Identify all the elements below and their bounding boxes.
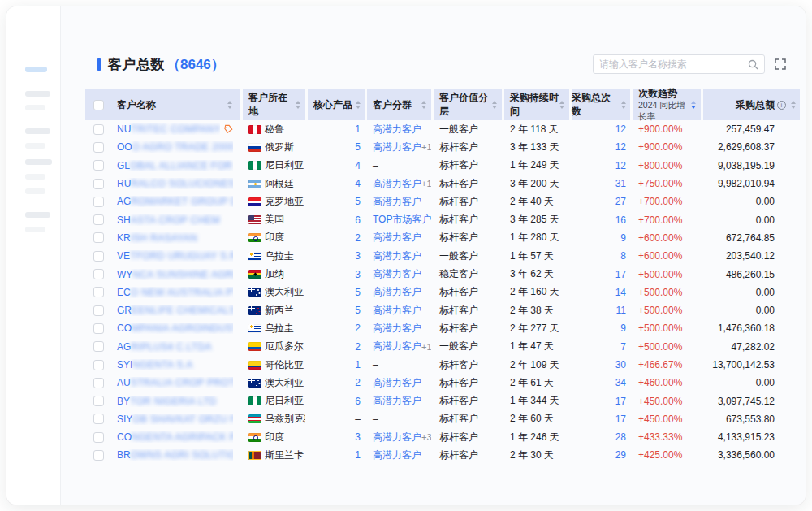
segment-link[interactable]: TOP市场客户 xyxy=(373,213,431,227)
table-row[interactable]: ECO NEW AUSTRALIA PTY LIMITED 澳大利亚 5 高潜力… xyxy=(85,284,800,301)
purchase-count-link[interactable]: 16 xyxy=(572,210,630,228)
core-products-count[interactable]: 5 xyxy=(308,284,365,301)
customer-name-link[interactable]: ECO NEW AUSTRALIA PTY LIMITED xyxy=(117,287,233,298)
core-products-count[interactable]: 5 xyxy=(308,138,365,156)
table-row[interactable]: AGROMARKET GROUP D.O.O 克罗地亚 5 高潜力客户 标杆客户… xyxy=(85,193,800,210)
purchase-count-link[interactable]: 7 xyxy=(572,338,630,356)
purchase-count-link[interactable]: 17 xyxy=(572,265,630,283)
column-header-segment[interactable]: 客户分群 xyxy=(367,89,431,120)
customer-name-link[interactable]: GLOBAL ALLIANCE FOR CHEMICA... xyxy=(117,160,233,171)
customer-name-link[interactable]: VETFORD URUGUAY S.R.L xyxy=(117,250,233,262)
customer-name-link[interactable]: SYINGENTA S.A xyxy=(117,359,233,370)
search-input[interactable] xyxy=(599,58,748,70)
purchase-count-link[interactable]: 17 xyxy=(572,392,630,409)
core-products-count[interactable]: 5 xyxy=(308,193,365,210)
column-header-purchase-count[interactable]: 采购总次数 xyxy=(572,89,630,120)
row-checkbox[interactable] xyxy=(93,287,104,297)
row-checkbox[interactable] xyxy=(93,179,104,189)
search-box[interactable] xyxy=(593,54,765,74)
row-checkbox[interactable] xyxy=(93,432,104,443)
column-header-name[interactable]: 客户名称 xyxy=(85,89,240,120)
customer-name-link[interactable]: KRISH RASAYAN xyxy=(117,232,233,244)
segment-link[interactable]: 高潜力客户 xyxy=(373,249,421,263)
purchase-count-link[interactable]: 12 xyxy=(572,138,630,156)
row-checkbox[interactable] xyxy=(93,251,104,262)
row-checkbox[interactable] xyxy=(93,323,104,334)
customer-name-link[interactable]: GREENLIFE CHEMICALS LIMITED xyxy=(117,305,233,316)
row-checkbox[interactable] xyxy=(93,197,104,207)
purchase-count-link[interactable]: 14 xyxy=(572,284,630,301)
column-header-trend[interactable]: 次数趋势2024 同比增长率 xyxy=(633,89,701,120)
segment-link[interactable]: – xyxy=(373,160,378,171)
core-products-count[interactable]: 4 xyxy=(308,157,365,175)
expand-icon[interactable] xyxy=(775,58,786,70)
customer-name-link[interactable]: RURALCO SOLUCIONES S.A xyxy=(117,178,233,189)
customer-name-link[interactable]: WYNCA SUNSHINE AGRO PRODU... xyxy=(117,269,233,280)
row-checkbox[interactable] xyxy=(93,396,104,406)
customer-name-link[interactable]: AUSTRALIA CROP PROTECTIONP... xyxy=(117,377,233,388)
core-products-count[interactable]: 1 xyxy=(308,120,365,138)
table-row[interactable]: COMPANIA AGROINDUSTRIALR... 乌拉圭 2 高潜力客户 … xyxy=(85,319,800,337)
table-row[interactable]: AUSTRALIA CROP PROTECTIONP... 澳大利亚 2 高潜力… xyxy=(85,374,800,392)
customer-name-link[interactable]: AGROMARKET GROUP D.O.O xyxy=(117,196,233,207)
segment-link[interactable]: 高潜力客户 xyxy=(373,304,421,318)
customer-name-link[interactable]: CONGENTA AGRIPACK PRIVATEE ... xyxy=(117,431,233,443)
row-checkbox[interactable] xyxy=(93,414,104,424)
row-checkbox[interactable] xyxy=(93,232,104,243)
table-row[interactable]: NUTRITEC COMPANY S.A.C 秘鲁 1 高潜力客户 一般客户 2… xyxy=(85,120,800,138)
purchase-count-link[interactable]: 11 xyxy=(572,301,630,319)
purchase-count-link[interactable]: 31 xyxy=(572,175,630,193)
row-checkbox[interactable] xyxy=(93,341,104,352)
purchase-count-link[interactable]: 17 xyxy=(572,410,630,428)
column-header-location[interactable]: 客户所在地 xyxy=(243,89,305,120)
core-products-count[interactable]: 5 xyxy=(308,301,365,319)
table-row[interactable]: RURALCO SOLUCIONES S.A 阿根廷 4 高潜力客户 +1 标杆… xyxy=(85,175,800,193)
segment-link[interactable]: 高潜力客户 xyxy=(373,195,421,209)
column-header-core-products[interactable]: 核心产品 xyxy=(308,89,365,120)
column-header-duration[interactable]: 采购持续时间 xyxy=(504,89,569,120)
table-row[interactable]: SIYOB SHAVKAT ORZU FERMERX... 乌兹别克斯坦 – –… xyxy=(85,410,800,428)
column-header-total-amount[interactable]: 采购总额 i xyxy=(703,89,800,120)
customer-name-link[interactable]: AGRIPLUS4 C.LTDA xyxy=(117,341,233,353)
core-products-count[interactable]: 6 xyxy=(308,210,365,228)
customer-name-link[interactable]: BYTOR NIGERIA LTD xyxy=(117,396,233,407)
table-row[interactable]: SYINGENTA S.A 哥伦比亚 1 – 标杆客户 2 年 109 天 30… xyxy=(85,356,800,374)
customer-name-link[interactable]: BROWNS AGRI SOLUTIONS PVTLTD xyxy=(117,449,233,461)
row-checkbox[interactable] xyxy=(93,360,104,370)
row-checkbox[interactable] xyxy=(93,378,104,388)
row-checkbox[interactable] xyxy=(93,269,104,279)
core-products-count[interactable]: – xyxy=(308,410,365,428)
table-row[interactable]: OOO AGRO TRADE 2000 俄罗斯 5 高潜力客户 +1 标杆客户 … xyxy=(85,138,800,156)
core-products-count[interactable]: 2 xyxy=(308,229,365,247)
select-all-checkbox[interactable] xyxy=(93,100,104,110)
core-products-count[interactable]: 1 xyxy=(308,356,365,374)
segment-link[interactable]: 高潜力客户 xyxy=(373,285,421,299)
segment-link[interactable]: 高潜力客户 xyxy=(373,141,421,154)
table-row[interactable]: BYTOR NIGERIA LTD 尼日利亚 6 高潜力客户 标杆客户 1 年 … xyxy=(85,392,800,409)
customer-name-link[interactable]: SHASTA CROP CHEM xyxy=(117,214,233,226)
customer-name-link[interactable]: OOO AGRO TRADE 2000 xyxy=(117,141,233,153)
table-row[interactable]: VETFORD URUGUAY S.R.L 乌拉圭 3 高潜力客户 一般客户 1… xyxy=(85,247,800,265)
row-checkbox[interactable] xyxy=(93,214,104,225)
core-products-count[interactable]: 2 xyxy=(308,319,365,337)
segment-link[interactable]: 高潜力客户 xyxy=(373,376,421,390)
purchase-count-link[interactable]: 12 xyxy=(572,120,630,138)
table-row[interactable]: BROWNS AGRI SOLUTIONS PVTLTD 斯里兰卡 1 高潜力客… xyxy=(85,446,800,464)
row-checkbox[interactable] xyxy=(93,124,104,135)
purchase-count-link[interactable]: 9 xyxy=(572,229,630,247)
core-products-count[interactable]: 3 xyxy=(308,265,365,283)
segment-link[interactable]: – xyxy=(373,359,378,370)
info-icon[interactable]: i xyxy=(777,101,786,110)
customer-name-link[interactable]: SIYOB SHAVKAT ORZU FERMERX... xyxy=(117,414,233,425)
core-products-count[interactable]: 2 xyxy=(308,338,365,356)
segment-link[interactable]: 高潜力客户 xyxy=(373,231,421,245)
row-checkbox[interactable] xyxy=(93,450,104,461)
core-products-count[interactable]: 2 xyxy=(308,374,365,392)
segment-link[interactable]: 高潜力客户 xyxy=(373,340,421,353)
purchase-count-link[interactable]: 30 xyxy=(572,356,630,374)
table-row[interactable]: CONGENTA AGRIPACK PRIVATEE ... 印度 3 高潜力客… xyxy=(85,428,800,446)
purchase-count-link[interactable]: 28 xyxy=(572,428,630,446)
core-products-count[interactable]: 1 xyxy=(308,446,365,464)
purchase-count-link[interactable]: 12 xyxy=(572,157,630,175)
purchase-count-link[interactable]: 9 xyxy=(572,319,630,337)
